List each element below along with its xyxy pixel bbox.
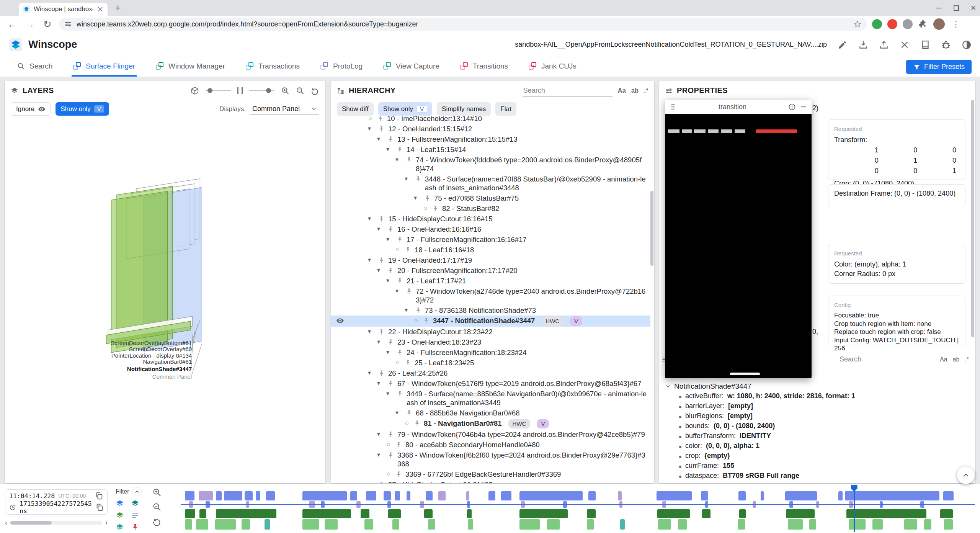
expand-chevron-icon[interactable]: ▾ [405, 306, 412, 314]
trace-segment[interactable] [384, 491, 391, 500]
properties-scrollbar[interactable] [971, 100, 974, 337]
reset-view-icon[interactable] [311, 87, 319, 95]
expand-chevron-icon[interactable]: ▾ [386, 276, 393, 285]
documentation-icon[interactable] [920, 40, 930, 50]
expand-chevron-icon[interactable]: ▾ [377, 379, 384, 387]
trace-segment[interactable] [302, 519, 319, 530]
scroll-left-icon[interactable]: ‹ [5, 519, 7, 527]
zoom-in-icon[interactable] [152, 488, 162, 497]
regex-icon[interactable]: .* [965, 356, 969, 363]
windowmanager-trace-icon[interactable] [131, 499, 139, 508]
hierarchy-node[interactable]: ▾73 - 8736138 NotificationShade#73 [331, 305, 650, 316]
trace-segment[interactable] [266, 491, 275, 500]
close-window-icon[interactable]: ✕ [970, 4, 976, 12]
expand-chevron-icon[interactable]: ▾ [395, 409, 402, 417]
transitions-trace-icon[interactable] [131, 523, 139, 531]
upload-icon[interactable] [879, 40, 889, 50]
extension-icon[interactable] [903, 19, 913, 29]
trace-segment[interactable] [196, 519, 208, 530]
trace-segment[interactable] [849, 519, 866, 530]
trace-segment[interactable] [424, 509, 433, 518]
visibility-icon[interactable] [336, 317, 344, 325]
bookmark-star-icon[interactable] [854, 20, 861, 28]
tab-window-manager[interactable]: Window Manager [154, 57, 227, 77]
trace-segment[interactable] [185, 491, 194, 500]
trace-segment[interactable] [245, 491, 253, 500]
extensions-puzzle-icon[interactable] [918, 19, 928, 29]
address-bar[interactable]: winscope.teams.x20web.corp.google.com/pr… [59, 18, 867, 31]
pin-icon[interactable] [404, 246, 412, 253]
pin-icon[interactable] [423, 317, 430, 324]
browser-tab[interactable]: Winscope | sandbox-FAI... [19, 3, 108, 16]
trace-segment[interactable] [846, 509, 926, 518]
hierarchy-node[interactable]: ▾21 - Leaf:17:17#21 [331, 276, 650, 286]
expand-chevron-icon[interactable]: ▾ [395, 155, 402, 164]
layer-label[interactable]: PointerLocation - display 0#134 [111, 352, 192, 359]
property-row[interactable]: bounds: (0, 0) - (1080, 2400) [665, 422, 971, 432]
spacing-slider[interactable] [249, 90, 274, 91]
match-word-icon[interactable]: ab [953, 356, 960, 363]
hierarchy-node[interactable]: ▾15 - HideDisplayCutout:16:16#15 [331, 214, 650, 224]
expand-chevron-icon[interactable]: ▾ [377, 225, 384, 233]
download-icon[interactable] [858, 40, 868, 50]
trace-segment[interactable] [943, 491, 954, 500]
hierarchy-node[interactable]: 80 - ace6abb SecondaryHomeHandle0#80 [331, 440, 650, 450]
minimize-icon[interactable] [936, 8, 942, 8]
property-row[interactable]: currFrame: 155 [665, 462, 971, 472]
scrollbar-track[interactable] [10, 521, 102, 525]
trace-segment[interactable] [809, 519, 817, 530]
trace-segment[interactable] [302, 491, 347, 500]
hierarchy-node[interactable]: ▾12 - OneHanded:15:15#12 [331, 124, 650, 134]
pin-icon[interactable] [396, 390, 403, 397]
hierarchy-node[interactable]: ▾3448 - Surface(name=ed70f88 StatusBar)/… [331, 174, 650, 193]
trace-segment[interactable] [519, 519, 540, 530]
timeline-canvas[interactable] [181, 484, 975, 533]
trace-segment[interactable] [215, 519, 236, 530]
show-diff-button[interactable]: Show diff [337, 102, 374, 116]
extension-icon[interactable] [872, 19, 882, 29]
trace-segment[interactable] [364, 519, 373, 530]
property-row[interactable]: barrierLayer: [empty] [665, 402, 971, 412]
pin-icon[interactable] [413, 420, 421, 427]
trace-segment[interactable] [739, 509, 746, 518]
layer-label[interactable]: NotificationShade#3447 [127, 366, 192, 372]
trace-segment[interactable] [838, 491, 842, 500]
zoom-out-icon[interactable] [152, 502, 162, 512]
trace-segment[interactable] [657, 509, 690, 518]
hierarchy-node[interactable]: ▾24 - FullscreenMagnification:18:23#24 [331, 347, 650, 358]
zoom-out-icon[interactable] [296, 87, 304, 95]
trace-segment[interactable] [407, 491, 410, 500]
trace-segment[interactable] [924, 519, 931, 530]
pin-icon[interactable] [395, 441, 402, 448]
edit-icon[interactable] [838, 40, 848, 50]
property-row[interactable]: bufferTransform: IDENTITY [665, 432, 971, 442]
tab-transactions[interactable]: Transactions [244, 57, 301, 77]
pin-icon[interactable] [405, 288, 413, 295]
timeline-cursor[interactable] [854, 485, 855, 532]
trace-segment[interactable] [216, 509, 276, 518]
trace-segment[interactable] [488, 491, 496, 500]
pin-icon[interactable] [404, 359, 412, 366]
trace-segment[interactable] [588, 491, 596, 500]
trace-segment[interactable] [658, 519, 671, 530]
layer-label[interactable]: ScreenDecorOverlay#60 [129, 346, 192, 352]
trace-segment[interactable] [501, 491, 511, 500]
minimize-overlay-icon[interactable] [800, 103, 807, 111]
pin-icon[interactable] [378, 328, 385, 335]
hierarchy-node[interactable]: ▾19 - OneHanded:17:17#19 [331, 255, 650, 265]
pin-icon[interactable] [396, 349, 403, 356]
trace-segment[interactable] [785, 491, 817, 500]
trace-segment[interactable] [657, 491, 691, 500]
copy-icon[interactable] [95, 503, 104, 512]
trace-segment[interactable] [256, 491, 260, 500]
screenshot-overlay[interactable]: transition [665, 100, 812, 378]
cursor-handle[interactable] [851, 485, 858, 492]
trace-segment[interactable] [467, 509, 472, 518]
hierarchy-node[interactable]: ▾26 - Leaf:24:25#26 [331, 368, 650, 378]
match-word-icon[interactable]: ab [631, 87, 639, 94]
screenrecording-trace-icon[interactable] [116, 511, 124, 520]
hierarchy-node[interactable]: 10 - ImePlaceholder:13:14#10 [331, 116, 650, 124]
info-icon[interactable] [788, 103, 796, 111]
trace-segment[interactable] [468, 519, 474, 530]
layer-label[interactable]: Common Panel [152, 373, 192, 380]
